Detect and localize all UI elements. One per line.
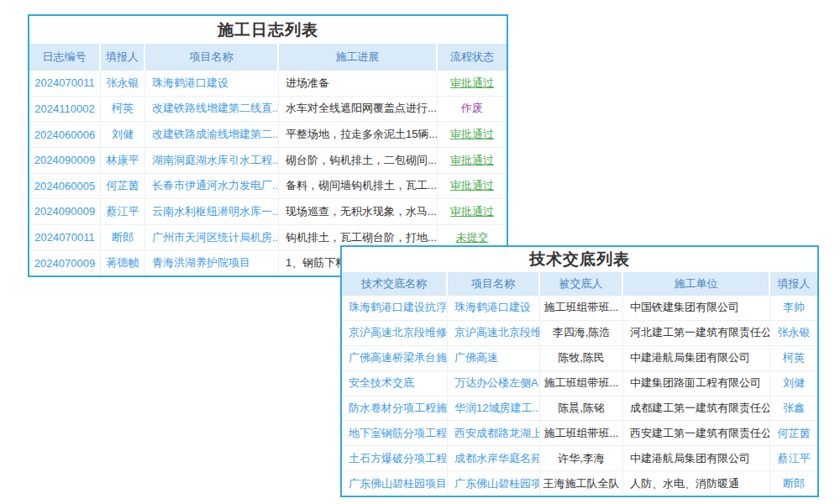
reporter-name-link[interactable]: 断郎: [101, 225, 145, 250]
unit-text: 人防、水电、消防暖通: [623, 471, 770, 496]
progress-text: 砌台阶，钩机排土，二包砌间...: [279, 148, 438, 173]
disclosure-name-link[interactable]: 广东佛山碧桂园项目...: [342, 471, 448, 496]
column-header: 施工进展: [279, 44, 438, 71]
status-link[interactable]: 审批通过: [438, 174, 507, 199]
unit-text: 中国铁建集团有限公司: [623, 296, 770, 320]
reporter-name-link[interactable]: 何芷茵: [101, 174, 145, 199]
unit-text: 中建港航局集团有限公司: [623, 446, 770, 470]
table-row: 2024060005何芷茵长春市伊通河水力发电厂...备料，砌间墙钩机排土，瓦工…: [29, 174, 507, 200]
project-name-link[interactable]: 华润12城房建工...: [448, 396, 540, 421]
log-id-link[interactable]: 2024070011: [29, 225, 101, 250]
table-row: 广东佛山碧桂园项目...广东佛山碧桂园项目王海施工队全队人防、水电、消防暖通断郎: [342, 471, 817, 496]
log-id-link[interactable]: 2024110002: [29, 97, 101, 122]
reporter-name-link[interactable]: 柯英: [101, 97, 145, 122]
project-name-link[interactable]: 云南水利枢纽潜明水库一...: [145, 199, 279, 224]
reporter-name-link[interactable]: 蔡江平: [101, 199, 145, 224]
table-row: 地下室钢筋分项工程...西安成都路龙湖上...施工班组带班...西安建工第一建筑…: [342, 421, 817, 446]
reporter-name-link[interactable]: 蒋德帧: [101, 250, 145, 276]
status-link[interactable]: 审批通过: [438, 71, 507, 96]
project-name-link[interactable]: 西安成都路龙湖上...: [448, 421, 540, 445]
receiver-text: 王海施工队全队: [540, 471, 623, 496]
project-name-link[interactable]: 湖南洞庭湖水库引水工程...: [145, 148, 279, 173]
receiver-text: 施工班组带班...: [540, 421, 623, 445]
reporter-name-link[interactable]: 断郎: [770, 471, 817, 496]
project-name-link[interactable]: 广佛高速: [448, 346, 540, 370]
column-header: 流程状态: [438, 44, 507, 71]
tech-disclosure-body: 珠海鹤港口建设抗浮...珠海鹤港口建设施工班组带班...中国铁建集团有限公司李帅…: [342, 296, 817, 496]
table-row: 2024090009蔡江平云南水利枢纽潜明水库一...现场巡查，无积水现象，水马…: [29, 199, 507, 225]
log-id-link[interactable]: 2024060005: [29, 174, 101, 199]
project-name-link[interactable]: 改建铁路线增建第二线直...: [145, 97, 279, 122]
receiver-text: 施工班组带班...: [540, 371, 623, 396]
reporter-name-link[interactable]: 刘健: [770, 371, 817, 396]
construction-log-panel: 施工日志列表 日志编号填报人项目名称施工进展流程状态 2024070011张永银…: [28, 14, 508, 277]
status-link[interactable]: 审批通过: [438, 199, 507, 224]
project-name-link[interactable]: 长春市伊通河水力发电厂...: [145, 174, 279, 199]
project-name-link[interactable]: 珠海鹤港口建设: [448, 296, 540, 320]
table-row: 2024090009林康平湖南洞庭湖水库引水工程...砌台阶，钩机排土，二包砌间…: [29, 148, 507, 174]
reporter-name-link[interactable]: 刘健: [101, 122, 145, 147]
unit-text: 西安建工第一建筑有限责任公司: [623, 421, 770, 445]
column-header: 填报人: [101, 44, 145, 71]
reporter-name-link[interactable]: 张永银: [101, 71, 145, 96]
column-header: 项目名称: [145, 44, 279, 71]
reporter-name-link[interactable]: 何芷茵: [770, 421, 817, 445]
receiver-text: 李四海,陈浩: [540, 321, 623, 345]
unit-text: 成都建工第一建筑有限责任公司: [623, 396, 770, 421]
table-row: 2024060006刘健改建铁路成渝线增建第二...平整场地，拉走多余泥土15辆…: [29, 122, 507, 148]
disclosure-name-link[interactable]: 安全技术交底: [342, 371, 448, 396]
disclosure-name-link[interactable]: 京沪高速北京段维修...: [342, 321, 448, 345]
log-id-link[interactable]: 2024070011: [29, 71, 101, 96]
unit-text: 中建港航局集团有限公司: [623, 346, 770, 370]
disclosure-name-link[interactable]: 防水卷材分项工程施...: [342, 396, 448, 421]
progress-text: 水车对全线遮阳网覆盖点进行...: [279, 97, 438, 122]
status-link[interactable]: 审批通过: [438, 148, 507, 173]
column-header: 施工单位: [623, 272, 770, 296]
progress-text: 平整场地，拉走多余泥土15辆...: [279, 122, 438, 147]
column-header: 技术交底名称: [342, 272, 448, 296]
reporter-name-link[interactable]: 张鑫: [770, 396, 817, 421]
log-id-link[interactable]: 2024090009: [29, 148, 101, 173]
log-id-link[interactable]: 2024070009: [29, 250, 101, 276]
column-header: 填报人: [770, 272, 817, 296]
project-name-link[interactable]: 京沪高速北京段维修: [448, 321, 540, 345]
project-name-link[interactable]: 广州市天河区统计局机房...: [145, 225, 279, 250]
reporter-name-link[interactable]: 李帅: [770, 296, 817, 320]
disclosure-name-link[interactable]: 广佛高速桥梁承台施...: [342, 346, 448, 370]
disclosure-name-link[interactable]: 土石方爆破分项工程...: [342, 446, 448, 470]
reporter-name-link[interactable]: 张永银: [770, 321, 817, 345]
log-id-link[interactable]: 2024060006: [29, 122, 101, 147]
receiver-text: 陈牧,陈民: [540, 346, 623, 370]
table-row: 2024110002柯英改建铁路线增建第二线直...水车对全线遮阳网覆盖点进行.…: [29, 97, 507, 123]
tech-disclosure-title: 技术交底列表: [342, 247, 817, 272]
project-name-link[interactable]: 青海洪湖养护院项目: [145, 250, 279, 276]
table-row: 安全技术交底万达办公楼左侧A...施工班组带班...中建集团路面工程有限公司刘健: [342, 371, 817, 396]
unit-text: 中建集团路面工程有限公司: [623, 371, 770, 396]
reporter-name-link[interactable]: 林康平: [101, 148, 145, 173]
reporter-name-link[interactable]: 柯英: [770, 346, 817, 370]
disclosure-name-link[interactable]: 地下室钢筋分项工程...: [342, 421, 448, 445]
project-name-link[interactable]: 改建铁路成渝线增建第二...: [145, 122, 279, 147]
project-name-link[interactable]: 广东佛山碧桂园项目: [448, 471, 540, 496]
column-header: 被交底人: [540, 272, 623, 296]
construction-log-header: 日志编号填报人项目名称施工进展流程状态: [29, 44, 507, 71]
status-link[interactable]: 作废: [438, 97, 507, 122]
project-name-link[interactable]: 珠海鹤港口建设: [145, 71, 279, 96]
status-link[interactable]: 审批通过: [438, 122, 507, 147]
page-canvas: 施工日志列表 日志编号填报人项目名称施工进展流程状态 2024070011张永银…: [0, 0, 840, 504]
construction-log-title: 施工日志列表: [29, 16, 507, 44]
log-id-link[interactable]: 2024090009: [29, 199, 101, 224]
unit-text: 河北建工第一建筑有限责任公司: [623, 321, 770, 345]
progress-text: 进场准备: [279, 71, 438, 96]
project-name-link[interactable]: 成都水岸华庭名苑...: [448, 446, 540, 470]
receiver-text: 施工班组带班...: [540, 296, 623, 320]
table-row: 防水卷材分项工程施...华润12城房建工...陈晨,陈铭成都建工第一建筑有限责任…: [342, 396, 817, 422]
column-header: 日志编号: [29, 44, 101, 71]
disclosure-name-link[interactable]: 珠海鹤港口建设抗浮...: [342, 296, 448, 320]
column-header: 项目名称: [448, 272, 540, 296]
reporter-name-link[interactable]: 蔡江平: [770, 446, 817, 470]
table-row: 2024070011张永银珠海鹤港口建设进场准备审批通过: [29, 71, 507, 97]
project-name-link[interactable]: 万达办公楼左侧A...: [448, 371, 540, 396]
table-row: 京沪高速北京段维修...京沪高速北京段维修李四海,陈浩河北建工第一建筑有限责任公…: [342, 321, 817, 346]
table-row: 土石方爆破分项工程...成都水岸华庭名苑...许华,李海中建港航局集团有限公司蔡…: [342, 446, 817, 471]
